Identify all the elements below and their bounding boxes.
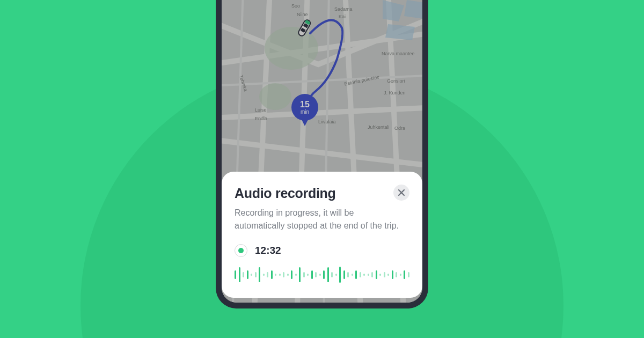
sheet-title: Audio recording (235, 186, 336, 201)
recording-elapsed-time: 12:32 (255, 245, 281, 256)
close-button[interactable] (393, 185, 409, 201)
close-icon (398, 189, 405, 196)
recording-status-row: 12:32 (235, 244, 409, 257)
audio-recording-sheet: Audio recording Recording in progress, i… (222, 172, 422, 298)
audio-waveform (235, 267, 409, 283)
phone-screen: Soo Niine Sadama Kai Narva maantee Eston… (222, 0, 422, 303)
recording-dot-icon (238, 248, 244, 253)
sheet-description: Recording in progress, it will be automa… (235, 207, 409, 232)
recording-indicator (235, 244, 247, 257)
phone-frame: Soo Niine Sadama Kai Narva maantee Eston… (216, 0, 428, 308)
